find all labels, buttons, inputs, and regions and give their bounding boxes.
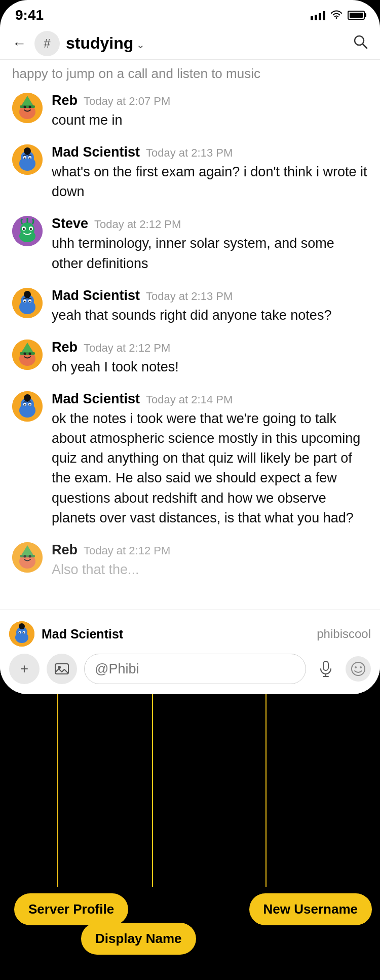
input-row: +: [9, 654, 371, 684]
message-content: Reb Today at 2:12 PM Also that the...: [52, 542, 368, 580]
message-content: Mad Scientist Today at 2:14 PM ok the no…: [52, 391, 368, 528]
avatar: [12, 93, 43, 123]
svg-point-39: [24, 352, 26, 355]
svg-point-49: [29, 404, 31, 405]
typing-tag: phibiscool: [317, 627, 371, 641]
message-row: Mad Scientist Today at 2:14 PM ok the no…: [0, 384, 380, 535]
avatar: [12, 216, 43, 246]
message-row: Reb Today at 2:07 PM count me in: [0, 86, 380, 137]
wifi-icon: [330, 9, 343, 22]
message-text: ok the notes i took were that we're goin…: [52, 409, 368, 528]
emoji-button[interactable]: [346, 656, 371, 682]
message-text: yeah that sounds right did anyone take n…: [52, 306, 368, 325]
message-content: Mad Scientist Today at 2:13 PM what's on…: [52, 144, 368, 202]
new-username-annotation[interactable]: New Username: [249, 893, 372, 925]
battery-icon: [348, 11, 365, 20]
channel-header: ← # studying ⌄: [0, 27, 380, 60]
message-text: uhh terminology, inner solar system, and…: [52, 234, 368, 273]
display-name-annotation[interactable]: Display Name: [81, 923, 196, 955]
message-row: Reb Today at 2:12 PM oh yeah I took note…: [0, 332, 380, 384]
mic-button[interactable]: [313, 656, 338, 682]
server-profile-annotation[interactable]: Server Profile: [14, 893, 128, 925]
message-time: Today at 2:14 PM: [146, 393, 233, 406]
annotation-layer: Server Profile Display Name New Username: [0, 694, 380, 980]
svg-rect-67: [323, 661, 328, 670]
chevron-down-icon: ⌄: [136, 39, 145, 51]
message-row: Reb Today at 2:12 PM Also that the...: [0, 535, 380, 587]
image-button[interactable]: [47, 654, 77, 684]
composer-area: Mad Scientist phibiscool +: [0, 610, 380, 694]
message-text: Also that the...: [52, 560, 368, 580]
search-button[interactable]: [353, 34, 368, 53]
message-time: Today at 2:13 PM: [146, 290, 233, 303]
svg-point-60: [19, 623, 25, 629]
svg-line-1: [363, 44, 367, 48]
svg-point-70: [352, 662, 365, 675]
message-text: oh yeah I took notes!: [52, 357, 368, 377]
svg-point-13: [25, 150, 30, 155]
svg-point-17: [29, 158, 31, 159]
message-username: Reb: [52, 340, 78, 355]
typing-indicator: Mad Scientist phibiscool: [9, 617, 371, 654]
message-content: Mad Scientist Today at 2:13 PM yeah that…: [52, 288, 368, 325]
message-text: count me in: [52, 110, 368, 130]
avatar: [12, 288, 43, 318]
svg-point-7: [24, 106, 26, 108]
message-username: Mad Scientist: [52, 288, 140, 304]
messages-area: happy to jump on a call and listen to mu…: [0, 60, 380, 644]
typing-user-avatar: [9, 621, 34, 647]
svg-point-56: [29, 555, 31, 557]
svg-rect-54: [20, 555, 35, 557]
message-time: Today at 2:07 PM: [84, 95, 170, 108]
annotation-line-server: [57, 694, 58, 887]
message-content: Reb Today at 2:07 PM count me in: [52, 93, 368, 130]
avatar: [12, 340, 43, 370]
avatar: [12, 144, 43, 175]
channel-hashtag-icon: #: [34, 31, 60, 56]
partial-top-message: happy to jump on a call and listen to mu…: [0, 60, 380, 86]
channel-name: studying: [66, 34, 133, 53]
typing-username: Mad Scientist: [42, 627, 310, 642]
back-button[interactable]: ←: [12, 35, 26, 52]
svg-point-23: [23, 228, 25, 230]
svg-point-32: [24, 300, 26, 302]
svg-point-40: [29, 352, 31, 355]
message-row: Mad Scientist Today at 2:13 PM yeah that…: [0, 281, 380, 332]
message-username: Reb: [52, 93, 78, 108]
avatar: [12, 542, 43, 573]
svg-point-8: [29, 106, 31, 108]
svg-rect-38: [20, 352, 35, 355]
message-time: Today at 2:12 PM: [84, 544, 170, 557]
message-content: Reb Today at 2:12 PM oh yeah I took note…: [52, 340, 368, 377]
svg-point-64: [23, 632, 24, 633]
message-username: Steve: [52, 216, 88, 232]
message-input[interactable]: [84, 654, 306, 684]
avatar: [12, 391, 43, 422]
status-icons: [311, 9, 365, 22]
svg-rect-6: [20, 105, 35, 108]
svg-point-63: [19, 632, 20, 633]
message-time: Today at 2:13 PM: [146, 146, 233, 160]
channel-name-row[interactable]: studying ⌄: [66, 34, 353, 53]
message-username: Reb: [52, 542, 78, 558]
status-time: 9:41: [15, 7, 44, 23]
svg-point-66: [58, 666, 61, 669]
svg-point-16: [24, 158, 26, 159]
signal-icon: [311, 10, 325, 20]
annotation-line-display: [152, 694, 153, 887]
add-button[interactable]: +: [9, 654, 40, 684]
message-time: Today at 2:12 PM: [94, 218, 181, 231]
svg-point-71: [355, 666, 357, 668]
message-username: Mad Scientist: [52, 391, 140, 407]
svg-point-72: [360, 666, 362, 668]
message-row: Mad Scientist Today at 2:13 PM what's on…: [0, 137, 380, 209]
message-row: Steve Today at 2:12 PM uhh terminology, …: [0, 209, 380, 280]
annotation-line-username: [265, 694, 267, 887]
svg-point-29: [25, 293, 30, 298]
svg-point-45: [25, 397, 30, 402]
svg-point-24: [30, 228, 32, 230]
svg-point-33: [29, 300, 31, 302]
svg-point-55: [24, 555, 26, 557]
message-content: Steve Today at 2:12 PM uhh terminology, …: [52, 216, 368, 273]
message-username: Mad Scientist: [52, 144, 140, 160]
